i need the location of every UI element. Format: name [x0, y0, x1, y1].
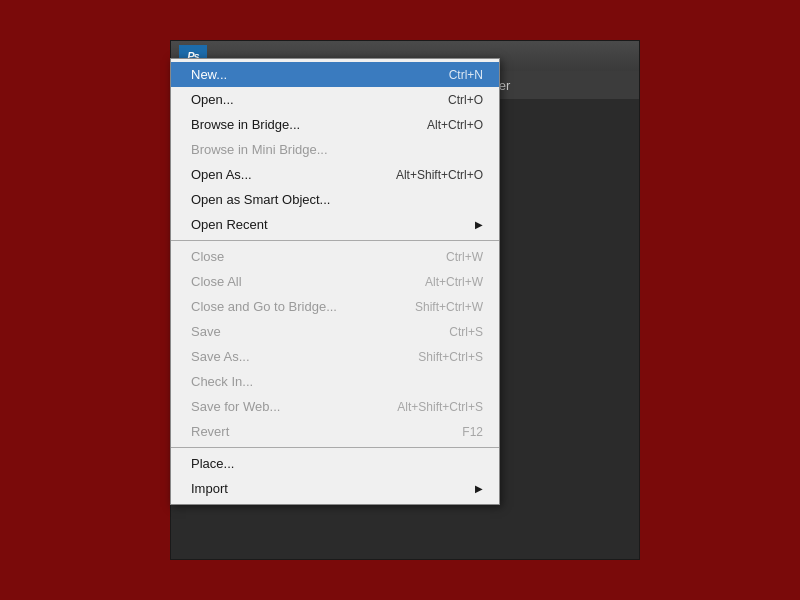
menu-item-close-all-shortcut: Alt+Ctrl+W: [425, 275, 483, 289]
menu-item-check-in-label: Check In...: [191, 374, 453, 389]
menu-item-save-label: Save: [191, 324, 419, 339]
menu-item-close-bridge: Close and Go to Bridge... Shift+Ctrl+W: [171, 294, 499, 319]
open-recent-arrow-icon: ▶: [475, 219, 483, 230]
menu-item-open-smart-label: Open as Smart Object...: [191, 192, 453, 207]
menu-item-close-all: Close All Alt+Ctrl+W: [171, 269, 499, 294]
menu-item-open-recent[interactable]: Open Recent ▶: [171, 212, 499, 237]
menu-item-save-shortcut: Ctrl+S: [449, 325, 483, 339]
menu-item-close-shortcut: Ctrl+W: [446, 250, 483, 264]
menu-item-import-label: Import: [191, 481, 465, 496]
file-dropdown-menu: New... Ctrl+N Open... Ctrl+O Browse in B…: [170, 58, 500, 505]
menu-item-browse-bridge[interactable]: Browse in Bridge... Alt+Ctrl+O: [171, 112, 499, 137]
menu-item-save: Save Ctrl+S: [171, 319, 499, 344]
menu-item-close-label: Close: [191, 249, 416, 264]
menu-item-open-as-shortcut: Alt+Shift+Ctrl+O: [396, 168, 483, 182]
menu-item-browse-mini-label: Browse in Mini Bridge...: [191, 142, 453, 157]
menu-item-close-bridge-shortcut: Shift+Ctrl+W: [415, 300, 483, 314]
menu-item-save-as-label: Save As...: [191, 349, 388, 364]
menu-item-close: Close Ctrl+W: [171, 244, 499, 269]
menu-item-open-label: Open...: [191, 92, 418, 107]
menu-item-open-as-label: Open As...: [191, 167, 366, 182]
menu-item-save-web: Save for Web... Alt+Shift+Ctrl+S: [171, 394, 499, 419]
menu-item-place[interactable]: Place...: [171, 451, 499, 476]
menu-item-place-label: Place...: [191, 456, 453, 471]
menu-item-new-shortcut: Ctrl+N: [449, 68, 483, 82]
menu-item-open-recent-label: Open Recent: [191, 217, 465, 232]
menu-item-close-bridge-label: Close and Go to Bridge...: [191, 299, 385, 314]
menu-item-revert-shortcut: F12: [462, 425, 483, 439]
menu-item-save-as-shortcut: Shift+Ctrl+S: [418, 350, 483, 364]
menu-item-close-all-label: Close All: [191, 274, 395, 289]
menu-item-revert-label: Revert: [191, 424, 432, 439]
menu-item-save-as: Save As... Shift+Ctrl+S: [171, 344, 499, 369]
menu-item-open-as[interactable]: Open As... Alt+Shift+Ctrl+O: [171, 162, 499, 187]
dropdown-section-3: Place... Import ▶: [171, 448, 499, 504]
menu-item-import[interactable]: Import ▶: [171, 476, 499, 501]
menu-item-check-in: Check In...: [171, 369, 499, 394]
menu-item-save-web-shortcut: Alt+Shift+Ctrl+S: [397, 400, 483, 414]
menu-item-revert: Revert F12: [171, 419, 499, 444]
dropdown-section-1: New... Ctrl+N Open... Ctrl+O Browse in B…: [171, 59, 499, 241]
menu-item-open[interactable]: Open... Ctrl+O: [171, 87, 499, 112]
import-arrow-icon: ▶: [475, 483, 483, 494]
dropdown-section-2: Close Ctrl+W Close All Alt+Ctrl+W Close …: [171, 241, 499, 448]
menu-item-open-smart[interactable]: Open as Smart Object...: [171, 187, 499, 212]
menu-item-browse-mini: Browse in Mini Bridge...: [171, 137, 499, 162]
menu-item-new[interactable]: New... Ctrl+N: [171, 62, 499, 87]
menu-item-browse-bridge-label: Browse in Bridge...: [191, 117, 397, 132]
menu-item-new-label: New...: [191, 67, 419, 82]
menu-item-open-shortcut: Ctrl+O: [448, 93, 483, 107]
menu-item-browse-bridge-shortcut: Alt+Ctrl+O: [427, 118, 483, 132]
menu-item-save-web-label: Save for Web...: [191, 399, 367, 414]
